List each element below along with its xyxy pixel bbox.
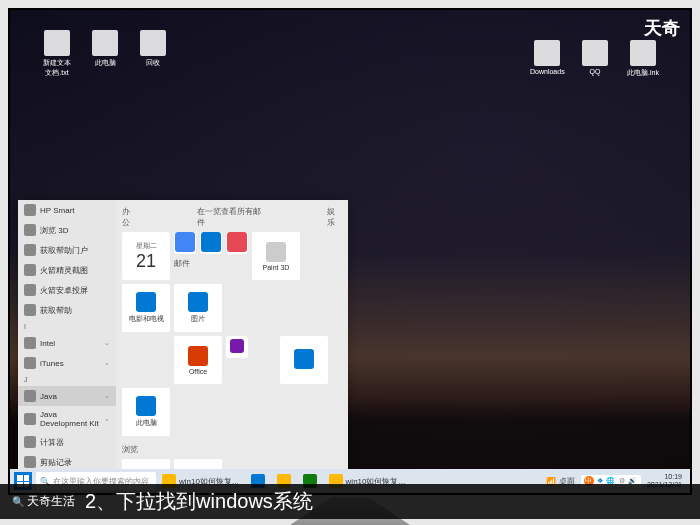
tile[interactable] bbox=[200, 232, 222, 254]
tile[interactable] bbox=[174, 232, 196, 254]
app-item[interactable]: 剪贴记录 bbox=[18, 452, 116, 470]
camera-tile[interactable] bbox=[280, 336, 328, 384]
app-item[interactable]: 火箭安卓投屏 bbox=[18, 280, 116, 300]
chevron-down-icon: ⌄ bbox=[104, 392, 110, 400]
office-tile[interactable]: Office bbox=[174, 336, 222, 384]
desktop-icon[interactable]: 新建文本文档.txt bbox=[40, 30, 74, 78]
app-item[interactable]: 获取帮助 bbox=[18, 300, 116, 320]
tile-section-label: 在一览查看所有邮件 bbox=[197, 206, 266, 228]
watermark-top: 天奇 bbox=[644, 16, 680, 40]
desktop-icon[interactable]: 此电脑.lnk bbox=[626, 40, 660, 78]
app-item[interactable]: HP Smart bbox=[18, 200, 116, 220]
section-header: J bbox=[18, 373, 116, 386]
onenote-tile[interactable] bbox=[226, 336, 248, 358]
chevron-down-icon: ⌄ bbox=[104, 415, 110, 423]
tile-section-label: 娱乐 bbox=[327, 206, 342, 228]
app-item[interactable]: iTunes⌄ bbox=[18, 353, 116, 373]
app-item[interactable]: 火箭精灵截图 bbox=[18, 260, 116, 280]
desktop-icon[interactable]: 回收 bbox=[136, 30, 170, 78]
tile-section-label: 办公 bbox=[122, 206, 137, 228]
desktop-icons-right: Downloads QQ 此电脑.lnk bbox=[530, 40, 660, 78]
chevron-down-icon: ⌄ bbox=[104, 359, 110, 367]
chevron-down-icon: ⌄ bbox=[104, 339, 110, 347]
app-item-java[interactable]: Java⌄ bbox=[18, 386, 116, 406]
tiles-panel: 办公 在一览查看所有邮件 娱乐 星期二 21 bbox=[116, 200, 348, 470]
desktop-icon[interactable]: 此电脑 bbox=[88, 30, 122, 78]
app-item[interactable]: 浏览 3D bbox=[18, 220, 116, 240]
app-item[interactable]: Java Development Kit⌄ bbox=[18, 406, 116, 432]
video-frame: 天奇 新建文本文档.txt 此电脑 回收 Downloads QQ 此电脑.ln… bbox=[0, 0, 700, 525]
subtitle-text: 2、下拉找到windows系统 bbox=[85, 488, 313, 515]
tile[interactable]: 图片 bbox=[174, 284, 222, 332]
tile[interactable]: 电影和电视 bbox=[122, 284, 170, 332]
app-list[interactable]: HP Smart 浏览 3D 获取帮助门户 火箭精灵截图 火箭安卓投屏 获取帮助… bbox=[18, 200, 116, 470]
start-menu: HP Smart 浏览 3D 获取帮助门户 火箭精灵截图 火箭安卓投屏 获取帮助… bbox=[18, 200, 348, 470]
app-item[interactable]: Intel⌄ bbox=[18, 333, 116, 353]
app-item[interactable]: 计算器 bbox=[18, 432, 116, 452]
app-item[interactable]: 获取帮助门户 bbox=[18, 240, 116, 260]
subtitle-overlay: 天奇生活 2、下拉找到windows系统 bbox=[0, 484, 700, 519]
tile[interactable] bbox=[226, 232, 248, 254]
desktop-icons-left: 新建文本文档.txt 此电脑 回收 bbox=[40, 30, 170, 78]
calendar-tile[interactable]: 星期二 21 bbox=[122, 232, 170, 280]
section-header: I bbox=[18, 320, 116, 333]
monitor-screen: 天奇 新建文本文档.txt 此电脑 回收 Downloads QQ 此电脑.ln… bbox=[8, 8, 692, 495]
desktop-icon[interactable]: Downloads bbox=[530, 40, 564, 78]
tile[interactable]: Paint 3D bbox=[252, 232, 300, 280]
subtitle-logo: 天奇生活 bbox=[12, 493, 75, 510]
photos-tile[interactable]: 此电脑 bbox=[122, 388, 170, 436]
desktop-icon[interactable]: QQ bbox=[578, 40, 612, 78]
